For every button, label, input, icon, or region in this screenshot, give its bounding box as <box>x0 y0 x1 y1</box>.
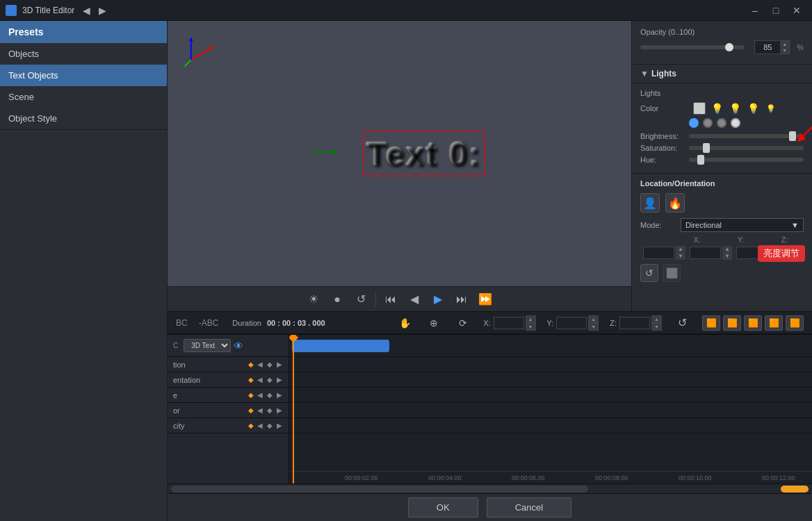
opacity-section: Opacity (0..100) 85 ▲ ▼ % <box>632 21 812 65</box>
timeline-scrollbar-thumb[interactable] <box>171 486 588 493</box>
light-type-4[interactable]: 💡 <box>764 101 778 115</box>
duration-value: 00 : 00 : 03 . 000 <box>267 319 325 327</box>
sidebar-item-scene[interactable]: Scene <box>0 86 167 108</box>
fast-forward-button[interactable]: ⏩ <box>476 290 494 308</box>
light-select-4[interactable] <box>731 118 740 128</box>
y-coord-input[interactable]: -41 <box>556 317 587 329</box>
opacity-input[interactable]: 85 <box>755 41 780 53</box>
minimize-button[interactable]: – <box>745 1 765 20</box>
light-select-3[interactable] <box>717 118 726 128</box>
track-nav-right-5[interactable]: ▶ <box>276 422 283 429</box>
cursor-hand-button[interactable]: ✋ <box>396 314 414 332</box>
timeline-tracks[interactable]: 00:00:02.00 00:00:04.00 00:00:06.00 00:0… <box>289 335 812 483</box>
lights-collapse-icon[interactable]: ▼ <box>640 69 649 78</box>
orientation-icon-button[interactable]: 🔥 <box>665 193 685 213</box>
track-nav-left-5[interactable]: ◀ <box>257 422 263 429</box>
x-down-button[interactable]: ▼ <box>676 253 685 260</box>
sidebar-item-text-objects[interactable]: Text Objects <box>0 65 167 86</box>
track-nav-add-3[interactable]: ◆ <box>266 391 273 399</box>
track-nav-left-1[interactable]: ◀ <box>257 361 263 368</box>
prev-frame-button[interactable]: ◀ <box>405 290 423 308</box>
timeline-scrollbar[interactable] <box>168 483 812 493</box>
z-coord-input[interactable]: 0 <box>619 317 650 329</box>
svg-marker-3 <box>189 38 193 42</box>
opacity-slider[interactable] <box>640 45 745 49</box>
time-mark-3: 00:00:06.00 <box>512 474 545 481</box>
track-nav-left-2[interactable]: ◀ <box>257 376 263 383</box>
y-value-input[interactable]: 13 <box>690 247 721 259</box>
timeline-icon-3[interactable]: 🟧 <box>744 315 762 331</box>
x-up-button[interactable]: ▲ <box>676 246 685 253</box>
refresh-button[interactable]: ↺ <box>673 314 691 332</box>
nav-forward-button[interactable]: ▶ <box>96 3 109 17</box>
z-down-button[interactable]: ▼ <box>769 253 779 260</box>
x-coord-up[interactable]: ▲ <box>526 315 536 323</box>
hue-slider[interactable] <box>689 158 804 162</box>
ok-button[interactable]: OK <box>408 497 478 518</box>
saturation-slider[interactable] <box>689 146 804 150</box>
close-button[interactable]: ✕ <box>787 1 806 20</box>
time-mark-5: 00:00:10.00 <box>679 474 712 481</box>
play-button[interactable]: ▶ <box>429 290 447 308</box>
z-up-button[interactable]: ▲ <box>769 246 779 253</box>
light-toggle-button[interactable]: ☀ <box>304 290 323 308</box>
track-nav-right-3[interactable]: ▶ <box>276 391 283 399</box>
z-coord-up[interactable]: ▲ <box>651 315 662 323</box>
cursor-rotate-button[interactable]: ⟳ <box>454 314 472 332</box>
timeline-bar[interactable] <box>292 340 389 352</box>
light-type-sun[interactable]: 💡 <box>710 101 724 115</box>
location-icon-button[interactable]: 👤 <box>640 193 660 213</box>
light-type-spot[interactable]: 💡 <box>728 101 742 115</box>
svg-line-7 <box>800 125 812 139</box>
y-coord-down[interactable]: ▼ <box>588 323 599 331</box>
rotation-button[interactable]: ↺ <box>352 290 370 308</box>
next-frame-button[interactable]: ⏭ <box>453 290 471 308</box>
track-nav-add-4[interactable]: ◆ <box>266 406 273 414</box>
z-value-input[interactable]: 18 <box>736 247 768 259</box>
mode-dropdown[interactable]: Directional ▼ <box>681 218 804 232</box>
track-nav-right-1[interactable]: ▶ <box>276 361 283 368</box>
y-coord-up[interactable]: ▲ <box>588 315 599 323</box>
cursor-move-button[interactable]: ⊕ <box>425 314 443 332</box>
sidebar-item-object-style[interactable]: Object Style <box>0 108 167 129</box>
color-swatch-white[interactable] <box>693 102 706 115</box>
track-type-dropdown[interactable]: 3D Text <box>184 339 231 352</box>
y-up-button[interactable]: ▲ <box>722 246 732 253</box>
timeline-icon-1[interactable]: 🟧 <box>702 315 720 331</box>
brightness-slider[interactable] <box>689 134 804 138</box>
presets-header[interactable]: Presets <box>0 21 167 43</box>
light-select-1[interactable] <box>689 118 699 128</box>
track-nav-right-2[interactable]: ▶ <box>276 376 283 383</box>
light-select-2[interactable] <box>703 118 713 128</box>
timeline-icon-5[interactable]: 🟧 <box>786 315 804 331</box>
track-nav-add-1[interactable]: ◆ <box>266 361 273 368</box>
z-coord-down[interactable]: ▼ <box>651 323 662 331</box>
go-start-button[interactable]: ⏮ <box>382 290 400 308</box>
timeline-icon-4[interactable]: 🟧 <box>765 315 783 331</box>
x-coord-input[interactable]: -2 <box>494 317 524 329</box>
x-coord-down[interactable]: ▼ <box>526 323 536 331</box>
timeline-scrollbar-right-thumb[interactable] <box>781 486 809 493</box>
cancel-button[interactable]: Cancel <box>487 497 571 518</box>
object-toggle-button[interactable]: ● <box>328 290 346 308</box>
light-type-area[interactable]: 💡 <box>746 101 760 115</box>
svg-line-0 <box>191 47 213 60</box>
track-nav-left-3[interactable]: ◀ <box>257 391 263 399</box>
timeline-icon-2[interactable]: 🟧 <box>723 315 741 331</box>
viewport[interactable]: Text 0: <box>168 21 631 286</box>
maximize-button[interactable]: □ <box>766 1 786 20</box>
y-down-button[interactable]: ▼ <box>722 253 732 260</box>
text-3d-object[interactable]: Text 0: <box>363 131 485 176</box>
track-nav-left-4[interactable]: ◀ <box>257 406 263 414</box>
flip-button[interactable]: ⬜ <box>663 264 681 282</box>
x-value-input[interactable]: -292 <box>643 247 674 259</box>
track-nav-right-4[interactable]: ▶ <box>276 406 283 414</box>
track-nav-add-5[interactable]: ◆ <box>266 422 273 429</box>
opacity-down-button[interactable]: ▼ <box>780 47 789 53</box>
visibility-eye-icon[interactable]: 👁 <box>234 340 243 352</box>
nav-back-button[interactable]: ◀ <box>80 3 93 17</box>
sidebar-item-objects[interactable]: Objects <box>0 43 167 65</box>
track-nav-add-2[interactable]: ◆ <box>266 376 273 383</box>
reset-rotation-button[interactable]: ↺ <box>640 264 658 282</box>
opacity-up-button[interactable]: ▲ <box>780 41 789 47</box>
